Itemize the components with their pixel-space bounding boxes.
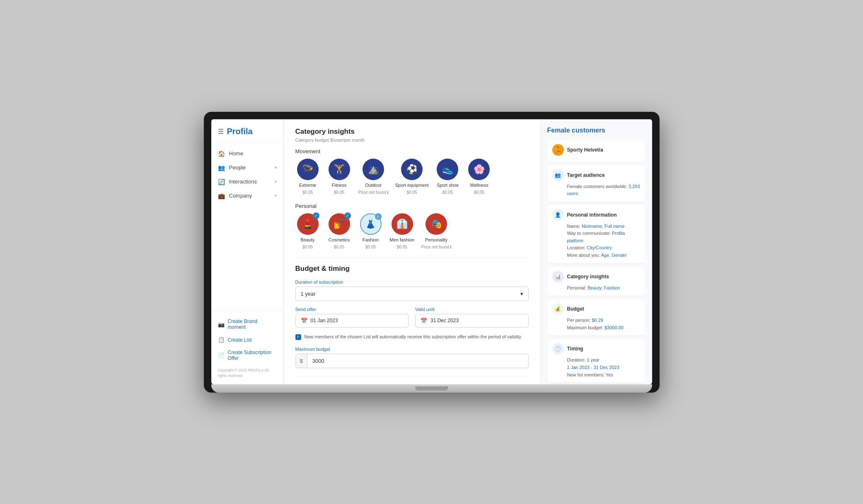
category-insights-right-value: Personal: Beauty, Fashion [552,285,641,292]
new-members-checkbox[interactable]: ✓ [295,334,301,340]
budget-per-person-row: Per person: $0.29 [567,317,641,324]
fitness-price: $0.05 [334,190,344,195]
create-list-button[interactable]: 📋 Create List [211,333,283,346]
chevron-interactions-icon: ▾ [275,179,277,184]
extreme-icon-circle: 🪂 [297,159,319,180]
valid-until-input[interactable]: 📅 31 Dec 2023 [415,314,529,328]
category-cosmetics[interactable]: 💅 ✓ Cosmetics $0.05 [327,213,352,249]
sidebar-item-home[interactable]: 🏠 Home [211,147,283,161]
personal-label: Personal [295,203,529,209]
category-personality[interactable]: 🎭 Personality Price not found ℹ [421,213,452,249]
create-brand-moment-button[interactable]: 📷 Create Brand moment [211,315,283,333]
personal-info-name-prefix: Name: [567,224,582,229]
category-insights-subtitle: Category budget $/user/per month [295,137,529,142]
create-list-icon: 📋 [218,337,225,343]
fashion-checkmark: ✓ [375,213,382,220]
currency-symbol: $ [296,354,307,368]
cosmetics-price: $0.05 [334,245,344,249]
max-budget-prefix: Maximum budget: [567,325,604,330]
city-country-link[interactable]: City/Country [587,245,612,250]
right-panel: Female customers 🏃 Sporty Helvetia 👥 Tar… [540,119,652,384]
laptop-base [211,384,652,393]
fashion-icon-circle: 👗 ✓ [360,213,382,235]
laptop-screen: ☰ Profila 🏠 Home 👥 People ▾ [211,119,652,384]
duration-value: 1 year [301,291,316,297]
timing-duration-value[interactable]: 1 year [587,357,600,362]
category-fashion[interactable]: 👗 ✓ Fashion $0.05 [358,213,383,249]
fitness-icon-circle: 🏋 [329,159,350,180]
sidebar-copyright: Copyright © 2022 PROFILA All rights rese… [211,364,283,378]
category-insights-section: Category insights Category budget $/user… [295,128,529,249]
gender-link[interactable]: Gender [612,253,627,258]
wellness-icon-circle: 🌸 [468,159,490,180]
category-fitness[interactable]: 🏋 Fitness $0.05 [327,159,352,195]
laptop-notch [415,386,448,391]
sporty-avatar-icon: 🏃 [552,144,564,156]
category-wellness[interactable]: 🌸 Wellness $0.05 [467,159,491,195]
men-fashion-icon-circle: 👔 [392,213,413,235]
section-divider-1 [295,258,529,258]
beauty-price: $0.05 [302,245,313,249]
extreme-label: Extreme [299,183,316,188]
main-content: Category insights Category budget $/user… [284,119,540,384]
communicate-prefix: Way to communicate: [567,231,612,236]
budget-value[interactable]: 3000 [307,354,528,368]
budget-input-row: $ 3000 [295,354,529,368]
category-beauty[interactable]: 💄 ✓ Beauty $0.05 [295,213,320,249]
send-offer-calendar-icon: 📅 [301,318,307,324]
category-insights-right-icon: 📊 [552,271,564,282]
brand-moment-icon: 📷 [218,321,225,328]
age-link[interactable]: Age [601,253,609,258]
sidebar-item-company[interactable]: 💼 Company ▾ [211,189,283,203]
per-person-prefix: Per person: [567,318,592,323]
timing-dates-value[interactable]: 1 Jan 2023 - 31 Dec 2023 [567,365,620,370]
create-subscription-offer-label: Create Subscription Offer [228,350,277,361]
nickname-link[interactable]: Nickname [582,224,602,229]
sidebar-item-people[interactable]: 👥 People ▾ [211,161,283,175]
subscription-offer-icon: 📄 [218,352,225,359]
send-offer-input[interactable]: 📅 01 Jan 2023 [295,314,409,328]
timing-new-members-row: New list members: Yes [567,371,641,379]
per-person-value[interactable]: $0.29 [592,318,603,323]
target-audience-value: Female customers worldwide: 3,293 users [552,183,641,198]
duration-label: Duration of subscription [295,280,529,285]
privacy-title: Privacy and purpose [295,383,529,384]
sidebar-item-people-label: People [229,164,246,171]
sporty-card: 🏃 Sporty Helvetia [547,140,645,162]
wellness-label: Wellness [470,183,488,188]
personal-info-location-row: Location: City/Country [567,244,641,252]
category-men-fashion[interactable]: 👔 Men fashion $0.05 [390,213,415,249]
movement-items-row: 🪂 Extreme $0.05 🏋 Fitness $0.05 ⛰️ Outdo… [295,159,529,195]
category-outdoor[interactable]: ⛰️ Outdoor Price not found ℹ [358,159,389,195]
category-sport-shoe[interactable]: 👟 Sport shoe $0.05 [435,159,460,195]
send-offer-field: Send offer 📅 01 Jan 2023 [295,307,409,328]
personal-info-header: 👤 Personal information [552,209,641,221]
personal-info-name-row: Name: Nickname, Full name [567,223,641,230]
sidebar-nav: 🏠 Home 👥 People ▾ 🔄 Interactions [211,142,283,311]
more-prefix: More about you: [567,253,601,258]
create-subscription-offer-button[interactable]: 📄 Create Subscription Offer [211,346,283,364]
sidebar-item-interactions[interactable]: 🔄 Interactions ▾ [211,175,283,189]
timing-new-members-value[interactable]: Yes [606,372,613,377]
personality-price-not-found: Price not found ℹ [421,245,452,249]
privacy-section: Privacy and purpose Privacy policy [295,383,529,384]
cosmetics-checkmark: ✓ [344,212,351,219]
duration-select[interactable]: 1 year ▾ [295,287,529,301]
fashion-link[interactable]: Fashion [604,285,620,290]
personal-info-more-row: More about you: Age, Gender [567,252,641,259]
timing-right-value: Duration: 1 year 1 Jan 2023 - 31 Dec 202… [552,357,641,379]
category-sport-equipment[interactable]: ⚽ Sport equipment $0.05 [395,159,429,195]
target-audience-icon: 👥 [552,169,564,181]
duration-chevron-icon: ▾ [520,291,523,297]
men-fashion-price: $0.05 [397,245,407,249]
max-budget-value[interactable]: $3000.00 [604,325,624,330]
fullname-link[interactable]: Full name [604,224,624,229]
hamburger-icon[interactable]: ☰ [218,128,224,135]
chevron-people-icon: ▾ [275,165,277,170]
cosmetics-icon-circle: 💅 ✓ [329,213,350,235]
sidebar-item-company-label: Company [229,193,252,199]
beauty-link[interactable]: Beauty [587,285,601,290]
sport-equipment-label: Sport equipment [395,183,429,188]
category-extreme[interactable]: 🪂 Extreme $0.05 [295,159,320,195]
sidebar-item-home-label: Home [229,150,244,157]
